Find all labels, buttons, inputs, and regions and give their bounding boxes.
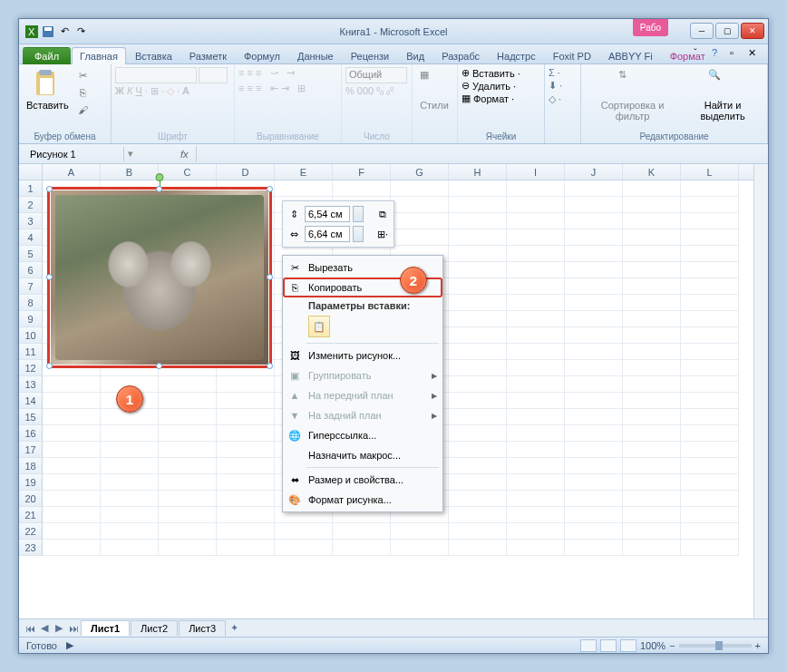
row-header[interactable]: 14 bbox=[19, 393, 43, 409]
cell[interactable] bbox=[159, 393, 217, 409]
cell[interactable] bbox=[681, 278, 739, 295]
cell[interactable] bbox=[391, 197, 449, 213]
tab-foxit[interactable]: Foxit PD bbox=[545, 47, 599, 64]
cell[interactable] bbox=[43, 540, 101, 556]
tab-insert[interactable]: Вставка bbox=[127, 47, 180, 64]
undo-icon[interactable]: ↶ bbox=[57, 24, 72, 39]
tab-developer[interactable]: Разрабс bbox=[433, 47, 488, 64]
cell[interactable] bbox=[565, 327, 623, 344]
sheet-tab-3[interactable]: Лист3 bbox=[179, 620, 226, 636]
cell[interactable] bbox=[681, 393, 739, 409]
cell[interactable] bbox=[449, 523, 507, 540]
rotate-handle[interactable] bbox=[156, 173, 164, 181]
cell[interactable] bbox=[449, 327, 507, 344]
cell[interactable] bbox=[43, 393, 101, 409]
find-select-button[interactable]: 🔍Найти и выделить bbox=[682, 67, 763, 123]
sheet-nav-next[interactable]: ▶ bbox=[52, 621, 66, 636]
cell[interactable] bbox=[681, 213, 739, 229]
tab-view[interactable]: Вид bbox=[398, 47, 432, 64]
row-header[interactable]: 16 bbox=[19, 425, 43, 442]
cell[interactable] bbox=[681, 327, 739, 344]
cell[interactable] bbox=[681, 344, 739, 360]
col-header[interactable]: G bbox=[391, 164, 449, 180]
row-header[interactable]: 6 bbox=[19, 262, 43, 278]
cell[interactable] bbox=[623, 409, 681, 425]
select-all-corner[interactable] bbox=[19, 164, 43, 180]
row-header[interactable]: 7 bbox=[19, 278, 43, 295]
clear-icon[interactable]: ◇ · bbox=[549, 93, 561, 105]
row-header[interactable]: 9 bbox=[19, 311, 43, 327]
cell[interactable] bbox=[101, 491, 159, 507]
cell[interactable] bbox=[681, 523, 739, 540]
cell[interactable] bbox=[623, 540, 681, 556]
cell[interactable] bbox=[507, 278, 565, 295]
cell[interactable] bbox=[681, 458, 739, 474]
cell[interactable] bbox=[449, 474, 507, 491]
col-header[interactable]: C bbox=[159, 164, 217, 180]
view-layout-icon[interactable] bbox=[600, 639, 617, 652]
tab-formulas[interactable]: Формул bbox=[236, 47, 288, 64]
cell[interactable] bbox=[507, 197, 565, 213]
row-header[interactable]: 10 bbox=[19, 327, 43, 344]
row-header[interactable]: 2 bbox=[19, 197, 43, 213]
cell[interactable] bbox=[565, 393, 623, 409]
row-header[interactable]: 4 bbox=[19, 229, 43, 246]
menu-assign-macro[interactable]: Назначить макрос... bbox=[283, 445, 442, 465]
cell[interactable] bbox=[681, 311, 739, 327]
cell[interactable] bbox=[623, 327, 681, 344]
cell[interactable] bbox=[159, 376, 217, 393]
cell[interactable] bbox=[565, 213, 623, 229]
cell[interactable] bbox=[681, 360, 739, 376]
cell[interactable] bbox=[565, 344, 623, 360]
cell[interactable] bbox=[507, 246, 565, 262]
cell[interactable] bbox=[333, 180, 391, 197]
minimize-button[interactable]: ─ bbox=[690, 23, 714, 39]
cell[interactable] bbox=[449, 442, 507, 458]
cell[interactable] bbox=[623, 376, 681, 393]
cell[interactable] bbox=[217, 393, 275, 409]
cell[interactable] bbox=[449, 262, 507, 278]
cell[interactable] bbox=[275, 540, 333, 556]
maximize-button[interactable]: ▢ bbox=[715, 23, 739, 39]
cell[interactable] bbox=[507, 180, 565, 197]
cell[interactable] bbox=[159, 474, 217, 491]
cell[interactable] bbox=[565, 180, 623, 197]
cell[interactable] bbox=[43, 442, 101, 458]
row-header[interactable]: 20 bbox=[19, 491, 43, 507]
row-header[interactable]: 13 bbox=[19, 376, 43, 393]
tab-review[interactable]: Рецензи bbox=[343, 47, 398, 64]
cell[interactable] bbox=[681, 540, 739, 556]
col-header[interactable]: H bbox=[449, 164, 507, 180]
cell[interactable] bbox=[449, 246, 507, 262]
row-header[interactable]: 11 bbox=[19, 344, 43, 360]
autosum-icon[interactable]: Σ · bbox=[549, 67, 560, 78]
row-header[interactable]: 8 bbox=[19, 295, 43, 311]
cell[interactable] bbox=[43, 376, 101, 393]
cell[interactable] bbox=[217, 442, 275, 458]
macro-record-icon[interactable]: ▶ bbox=[66, 639, 73, 651]
cell[interactable] bbox=[623, 523, 681, 540]
fx-label[interactable]: fx bbox=[173, 149, 196, 160]
cell[interactable] bbox=[565, 540, 623, 556]
row-header[interactable]: 1 bbox=[19, 180, 43, 197]
cell[interactable] bbox=[159, 523, 217, 540]
col-header[interactable]: B bbox=[101, 164, 159, 180]
row-header[interactable]: 5 bbox=[19, 246, 43, 262]
cell[interactable] bbox=[623, 442, 681, 458]
col-header[interactable]: L bbox=[681, 164, 739, 180]
cell[interactable] bbox=[623, 344, 681, 360]
row-header[interactable]: 15 bbox=[19, 409, 43, 425]
cell[interactable] bbox=[101, 523, 159, 540]
cell[interactable] bbox=[159, 491, 217, 507]
cell[interactable] bbox=[681, 262, 739, 278]
cell[interactable] bbox=[507, 311, 565, 327]
cell[interactable] bbox=[565, 409, 623, 425]
cell[interactable] bbox=[159, 442, 217, 458]
cell[interactable] bbox=[159, 540, 217, 556]
cell[interactable] bbox=[507, 295, 565, 311]
cell[interactable] bbox=[507, 409, 565, 425]
cell[interactable] bbox=[333, 540, 391, 556]
fill-icon[interactable]: ⬇ · bbox=[549, 80, 562, 92]
col-header[interactable]: D bbox=[217, 164, 275, 180]
cell[interactable] bbox=[681, 409, 739, 425]
